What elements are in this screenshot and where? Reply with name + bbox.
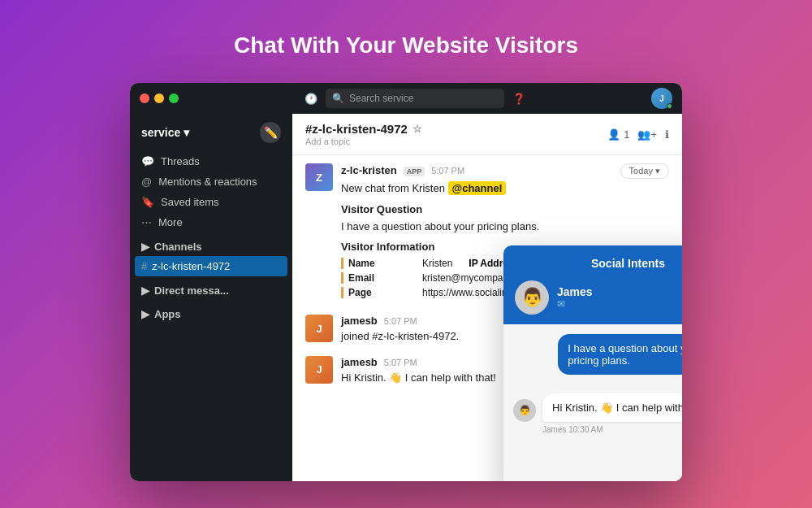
user-avatar[interactable]: J [651,88,672,109]
help-icon: ❓ [512,93,525,105]
chat-widget: Social Intents ✕ 👨 James ✉ I have a ques… [503,245,682,481]
workspace-name[interactable]: service ▾ [141,126,189,139]
widget-messages: I have a question about your pricing pla… [503,324,682,481]
page-title: Chat With Your Website Visitors [234,33,578,59]
message-author: z-lc-kristen [341,164,397,176]
threads-label: Threads [161,155,200,167]
add-member-button[interactable]: 👥+ [637,128,657,141]
agent-details: James ✉ [557,285,593,310]
history-icon: 🕐 [304,93,317,105]
today-button[interactable]: Today ▾ [620,163,669,179]
more-icon: ⋯ [141,216,152,228]
widget-header: Social Intents ✕ [503,245,682,280]
sidebar: service ▾ ✏️ 💬 Threads @ Mentions & reac… [130,114,292,481]
workspace-chevron: ▾ [184,126,189,139]
add-member-icon: 👥+ [637,128,657,141]
agent-avatar: 👨 [515,280,549,315]
channels-label: Channels [154,241,202,253]
channel-name-display: #z-lc-kristen-4972 [305,122,408,136]
apps-section[interactable]: ▶ Apps [130,300,292,323]
sidebar-item-mentions[interactable]: @ Mentions & reactions [130,172,292,192]
channel-header-left: #z-lc-kristen-4972 ☆ Add a topic [305,122,422,146]
info-label-page: Page [341,287,422,298]
dm-chevron: ▶ [141,284,149,297]
apps-label: Apps [154,308,181,320]
widget-title: Social Intents [531,257,682,270]
maximize-button[interactable] [169,93,179,103]
star-icon[interactable]: ☆ [412,123,422,135]
threads-icon: 💬 [141,155,154,167]
agent-avatar-small-emoji: 👨 [519,405,531,416]
close-button[interactable] [140,93,149,103]
online-indicator [667,103,672,109]
avatar: Z [305,163,333,191]
message-time: 5:07 PM [431,166,464,176]
compose-button[interactable]: ✏️ [260,122,281,143]
message-text: New chat from Kristen @channel [341,180,669,197]
app-window: 🕐 🔍 Search service ❓ J service ▾ ✏️ [130,83,682,481]
author-jamesb: jamesb [341,315,378,327]
saved-label: Saved items [161,196,219,208]
channel-title: #z-lc-kristen-4972 ☆ [305,122,422,136]
sidebar-header: service ▾ ✏️ [130,114,292,151]
direct-messages-section[interactable]: ▶ Direct messa... [130,276,292,300]
agent-message-container: 👨 Hi Kristin. 👋 I can help with that! Ja… [513,393,682,434]
visitor-message-container: I have a question about your pricing pla… [513,334,682,385]
title-bar: 🕐 🔍 Search service ❓ J [130,83,682,114]
message-header: z-lc-kristen APP 5:07 PM Today ▾ [341,163,669,179]
member-count: 1 [624,128,629,141]
info-button[interactable]: ℹ [665,128,669,141]
app-badge: APP [404,167,425,176]
more-label: More [158,216,183,228]
agent-message: Hi Kristin. 👋 I can help with that! [542,393,682,422]
agent-email-icon: ✉ [557,298,593,310]
channel-item-active[interactable]: # z-lc-kristen-4972 [135,256,287,276]
visitor-message: I have a question about your pricing pla… [558,334,682,375]
apps-chevron: ▶ [141,308,149,320]
mention-badge: @channel [448,181,507,195]
avatar-jamesb: J [305,315,333,342]
agent-avatar-emoji: 👨 [521,287,543,308]
channel-hash: # [141,260,147,272]
sidebar-item-saved[interactable]: 🔖 Saved items [130,192,292,212]
members-button[interactable]: 👤 1 [607,128,629,141]
agent-avatar-small: 👨 [513,399,536,422]
saved-icon: 🔖 [141,196,154,208]
agent-message-time: James 10:30 AM [513,425,682,434]
info-label-name: Name [341,258,422,269]
widget-agent-info: 👨 James ✉ [503,280,682,324]
avatar-jamesb2: J [305,356,333,384]
channels-chevron: ▶ [141,241,149,253]
sidebar-item-more[interactable]: ⋯ More [130,212,292,232]
mentions-label: Mentions & reactions [158,176,257,188]
info-value-name: Kristen [422,258,452,269]
author-jamesb2: jamesb [341,356,378,368]
agent-name: James [557,285,593,298]
time-joined: 5:07 PM [384,316,417,326]
visitor-question-text: I have a question about your pricing pla… [341,219,669,235]
search-bar[interactable]: 🔍 Search service [326,89,504,108]
channel-header-right: 👤 1 👥+ ℹ [607,128,669,141]
channel-topic[interactable]: Add a topic [305,137,422,146]
info-label-email: Email [341,272,422,284]
channel-header: #z-lc-kristen-4972 ☆ Add a topic 👤 1 👥+ … [292,114,682,155]
title-bar-center: 🕐 🔍 Search service ❓ [185,89,645,108]
traffic-lights [140,93,179,103]
visitor-question-header: Visitor Question [341,203,669,215]
title-bar-right: J [651,88,672,109]
agent-message-row: 👨 Hi Kristin. 👋 I can help with that! [513,393,682,422]
channels-section[interactable]: ▶ Channels [130,232,292,256]
dm-label: Direct messa... [154,284,229,297]
info-icon: ℹ [665,128,669,141]
workspace-label: service [141,126,180,139]
search-placeholder: Search service [349,93,413,104]
members-icon: 👤 [607,128,620,141]
minimize-button[interactable] [154,93,164,103]
time-reply: 5:07 PM [384,358,417,367]
sidebar-item-threads[interactable]: 💬 Threads [130,151,292,172]
mentions-icon: @ [141,176,152,188]
search-icon: 🔍 [332,93,344,104]
channel-name: z-lc-kristen-4972 [152,260,230,272]
